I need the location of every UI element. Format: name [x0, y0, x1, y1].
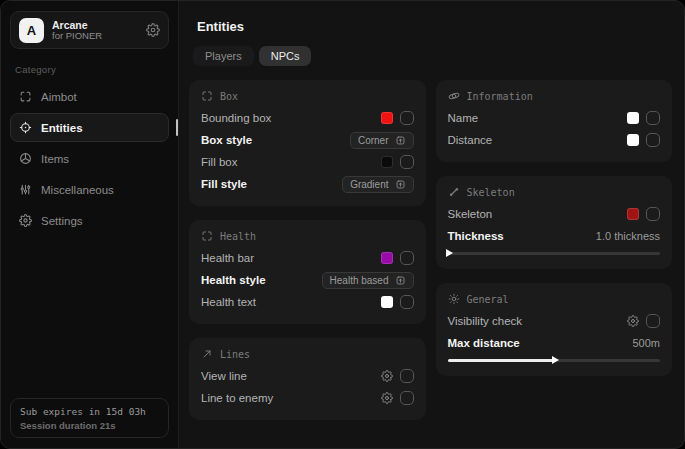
row-fill-box: Fill box [201, 151, 414, 173]
sidebar-item-label: Aimbot [41, 91, 77, 103]
gear-icon[interactable] [381, 392, 393, 404]
subscription-card: Sub expires in 15d 03h Session duration … [10, 398, 169, 438]
row-label: Thickness [448, 230, 504, 242]
color-swatch[interactable] [381, 156, 393, 168]
color-swatch[interactable] [627, 112, 639, 124]
orbit-icon [448, 90, 460, 102]
brand-subtitle: for PIONER [52, 31, 102, 42]
card-header: Health [201, 230, 414, 242]
checkbox[interactable] [646, 314, 660, 328]
row-thickness: Thickness1.0 thickness [448, 225, 661, 247]
main-panel: Entities PlayersNPCs BoxBounding boxBox … [179, 1, 684, 448]
row-skeleton: Skeleton [448, 203, 661, 225]
brand-text: Arcane for PIONER [52, 19, 102, 42]
checkbox[interactable] [400, 111, 414, 125]
sidebar-item-label: Settings [41, 215, 83, 227]
scan-icon [19, 90, 32, 103]
sidebar-item-aimbot[interactable]: Aimbot [10, 82, 169, 111]
row-health-style: Health styleHealth based [201, 269, 414, 291]
checkbox[interactable] [400, 295, 414, 309]
card-header: Lines [201, 348, 414, 360]
card-skeleton: SkeletonSkeletonThickness1.0 thickness [436, 176, 673, 269]
scan-icon [201, 90, 213, 102]
tab-players[interactable]: Players [193, 46, 254, 66]
row-fill-style: Fill styleGradient [201, 173, 414, 195]
select-box-style[interactable]: Corner [350, 132, 414, 149]
color-swatch[interactable] [627, 134, 639, 146]
gear-icon[interactable] [146, 23, 160, 37]
row-controls: Health based [322, 272, 414, 289]
app-window: A Arcane for PIONER Category AimbotEntit… [0, 0, 685, 449]
row-controls [381, 369, 414, 383]
row-label: Health bar [201, 252, 254, 264]
row-visibility-check: Visibility check [448, 310, 661, 332]
checkbox[interactable] [400, 155, 414, 169]
gear-icon[interactable] [627, 315, 639, 327]
card-header: General [448, 293, 661, 305]
sidebar-item-miscellaneous[interactable]: Miscellaneous [10, 175, 169, 204]
gear-icon[interactable] [381, 370, 393, 382]
color-swatch[interactable] [381, 112, 393, 124]
subscription-expiry: Sub expires in 15d 03h [20, 406, 159, 417]
row-label: Distance [448, 134, 493, 146]
brand-logo: A [19, 18, 44, 43]
column-right: InformationNameDistanceSkeletonSkeletonT… [436, 80, 673, 376]
row-label: Visibility check [448, 315, 523, 327]
row-label: Line to enemy [201, 392, 273, 404]
select-value: Gradient [350, 179, 388, 190]
row-controls: Corner [350, 132, 414, 149]
slider-thickness[interactable] [448, 248, 661, 258]
row-line-to-enemy: Line to enemy [201, 387, 414, 409]
checkbox[interactable] [400, 391, 414, 405]
sidebar-nav: AimbotEntitiesItemsMiscellaneousSettings [10, 82, 169, 235]
sidebar-item-entities[interactable]: Entities [10, 113, 169, 142]
tab-bar: PlayersNPCs [193, 46, 672, 66]
color-swatch[interactable] [381, 252, 393, 264]
sidebar-item-items[interactable]: Items [10, 144, 169, 173]
row-label: Health style [201, 274, 266, 286]
sliders-icon [19, 183, 32, 196]
row-label: Name [448, 112, 479, 124]
slider-track[interactable] [448, 252, 661, 255]
checkbox[interactable] [646, 133, 660, 147]
select-fill-style[interactable]: Gradient [342, 176, 413, 193]
checkbox[interactable] [400, 251, 414, 265]
color-swatch[interactable] [627, 208, 639, 220]
column-left: BoxBounding boxBox styleCornerFill boxFi… [189, 80, 426, 420]
row-controls [627, 111, 660, 125]
page-title: Entities [197, 19, 672, 34]
checkbox[interactable] [646, 111, 660, 125]
color-swatch[interactable] [381, 296, 393, 308]
row-bounding-box: Bounding box [201, 107, 414, 129]
bone-icon [448, 186, 460, 198]
checkbox[interactable] [400, 369, 414, 383]
entities-icon [19, 121, 32, 134]
row-label: View line [201, 370, 247, 382]
slider-value: 500m [632, 337, 660, 349]
row-controls [381, 111, 414, 125]
row-box-style: Box styleCorner [201, 129, 414, 151]
sidebar-item-label: Entities [41, 122, 83, 134]
slider-handle[interactable] [446, 249, 453, 257]
slider-fill [448, 359, 554, 362]
row-label: Skeleton [448, 208, 493, 220]
row-controls [627, 207, 660, 221]
slider-handle[interactable] [552, 356, 559, 364]
expand-icon [395, 179, 406, 190]
expand-icon [395, 135, 406, 146]
select-value: Corner [358, 135, 389, 146]
tab-npcs[interactable]: NPCs [259, 46, 312, 66]
row-distance: Distance [448, 129, 661, 151]
diagonal-arrow-icon [201, 348, 213, 360]
sidebar-item-settings[interactable]: Settings [10, 206, 169, 235]
sidebar: A Arcane for PIONER Category AimbotEntit… [1, 1, 179, 448]
checkbox[interactable] [646, 207, 660, 221]
slider-max-distance[interactable] [448, 355, 661, 365]
sidebar-item-label: Items [41, 153, 69, 165]
row-health-bar: Health bar [201, 247, 414, 269]
select-health-style[interactable]: Health based [322, 272, 414, 289]
row-name: Name [448, 107, 661, 129]
card-header: Information [448, 90, 661, 102]
row-controls: Gradient [342, 176, 413, 193]
card-header: Box [201, 90, 414, 102]
